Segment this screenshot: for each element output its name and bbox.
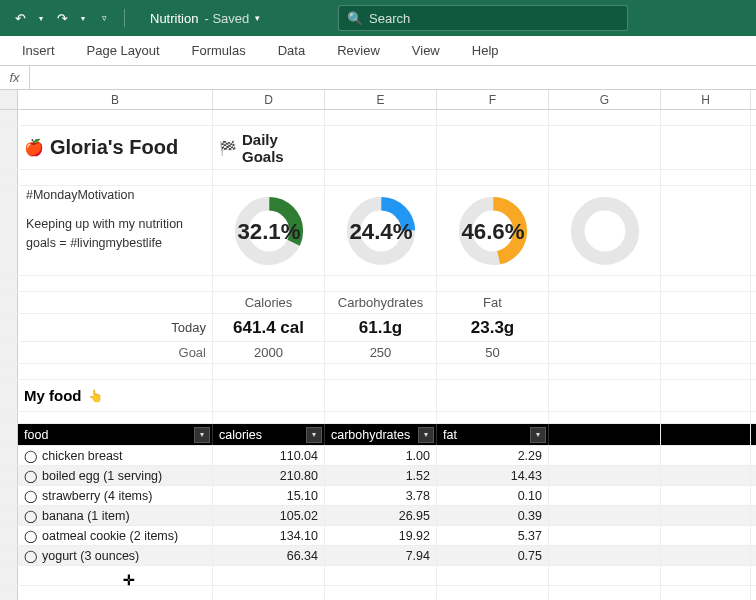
redo-dropdown-icon[interactable]: ▾: [78, 6, 88, 30]
search-box[interactable]: 🔍 Search: [338, 5, 628, 31]
fx-label[interactable]: fx: [0, 66, 30, 89]
document-title[interactable]: Nutrition - Saved ▾: [150, 11, 260, 26]
pointer-icon: 👆: [88, 389, 103, 403]
cell-calories[interactable]: 110.04: [213, 446, 325, 465]
cell-carbs[interactable]: 19.92: [325, 526, 437, 545]
tab-page-layout[interactable]: Page Layout: [85, 39, 162, 62]
sheet-title: 🍎 Gloria's Food: [18, 126, 213, 169]
table-row[interactable]: ◯oatmeal cookie (2 items)134.1019.925.37: [0, 526, 756, 546]
apple-outline-icon: ◯: [24, 529, 37, 543]
filter-icon[interactable]: ▾: [194, 427, 210, 443]
filter-icon[interactable]: ▾: [530, 427, 546, 443]
select-all-corner[interactable]: [0, 90, 18, 109]
cell-calories[interactable]: 105.02: [213, 506, 325, 525]
metric-label-calories: Calories: [213, 292, 325, 313]
cell-calories[interactable]: 66.34: [213, 546, 325, 565]
col-header-g[interactable]: G: [549, 90, 661, 109]
th-fat[interactable]: fat▾: [437, 424, 549, 445]
svg-point-9: [577, 203, 632, 258]
today-carbs: 61.1g: [325, 314, 437, 341]
filter-icon[interactable]: ▾: [418, 427, 434, 443]
formula-input[interactable]: [30, 66, 756, 89]
qat-separator: [124, 9, 125, 27]
title-dropdown-icon[interactable]: ▾: [255, 13, 260, 23]
formula-bar: fx: [0, 66, 756, 90]
today-label: Today: [18, 314, 213, 341]
gauge-empty: [555, 188, 654, 273]
cell-food[interactable]: ◯banana (1 item): [18, 506, 213, 525]
cell-carbs[interactable]: 7.94: [325, 546, 437, 565]
undo-button[interactable]: ↶: [8, 6, 32, 30]
cell-fat[interactable]: 0.39: [437, 506, 549, 525]
table-row[interactable]: ◯yogurt (3 ounces)66.347.940.75: [0, 546, 756, 566]
qat-customize-icon[interactable]: ▿: [92, 6, 116, 30]
title-bar: ↶ ▾ ↷ ▾ ▿ Nutrition - Saved ▾ 🔍 Search: [0, 0, 756, 36]
my-food-heading: My food 👆: [18, 380, 213, 411]
col-header-f[interactable]: F: [437, 90, 549, 109]
cell-calories[interactable]: 210.80: [213, 466, 325, 485]
metric-label-fat: Fat: [437, 292, 549, 313]
cell-carbs[interactable]: 26.95: [325, 506, 437, 525]
gauge-fat: 46.6%: [443, 188, 542, 273]
tab-view[interactable]: View: [410, 39, 442, 62]
spreadsheet-grid[interactable]: 🍎 Gloria's Food 🏁 Daily Goals #MondayMot…: [0, 110, 756, 600]
col-header-e[interactable]: E: [325, 90, 437, 109]
table-row[interactable]: ◯boiled egg (1 serving)210.801.5214.43: [0, 466, 756, 486]
cell-calories[interactable]: 134.10: [213, 526, 325, 545]
redo-button[interactable]: ↷: [50, 6, 74, 30]
col-header-b[interactable]: B: [18, 90, 213, 109]
search-placeholder: Search: [369, 11, 410, 26]
table-row[interactable]: ◯banana (1 item)105.0226.950.39: [0, 506, 756, 526]
filter-icon[interactable]: ▾: [306, 427, 322, 443]
cell-food[interactable]: ◯yogurt (3 ounces): [18, 546, 213, 565]
tab-help[interactable]: Help: [470, 39, 501, 62]
gauge-carbs: 24.4%: [331, 188, 430, 273]
svg-text:46.6%: 46.6%: [461, 218, 524, 243]
th-food[interactable]: food▾: [18, 424, 213, 445]
col-header-d[interactable]: D: [213, 90, 325, 109]
apple-outline-icon: ◯: [24, 549, 37, 563]
save-state-label: - Saved: [204, 11, 249, 26]
metric-label-carbs: Carbohydrates: [325, 292, 437, 313]
table-row[interactable]: ◯chicken breast110.041.002.29: [0, 446, 756, 466]
tab-data[interactable]: Data: [276, 39, 307, 62]
column-headers: B D E F G H: [0, 90, 756, 110]
apple-outline-icon: ◯: [24, 509, 37, 523]
col-header-h[interactable]: H: [661, 90, 751, 109]
cell-food[interactable]: ◯chicken breast: [18, 446, 213, 465]
cell-fat[interactable]: 0.10: [437, 486, 549, 505]
today-fat: 23.3g: [437, 314, 549, 341]
tab-formulas[interactable]: Formulas: [190, 39, 248, 62]
cell-fat[interactable]: 14.43: [437, 466, 549, 485]
search-icon: 🔍: [347, 11, 363, 26]
undo-dropdown-icon[interactable]: ▾: [36, 6, 46, 30]
table-row[interactable]: ◯strawberry (4 items)15.103.780.10: [0, 486, 756, 506]
cell-food[interactable]: ◯strawberry (4 items): [18, 486, 213, 505]
tab-insert[interactable]: Insert: [20, 39, 57, 62]
daily-goals-heading: 🏁 Daily Goals: [213, 126, 325, 169]
cell-carbs[interactable]: 3.78: [325, 486, 437, 505]
today-calories: 641.4 cal: [213, 314, 325, 341]
apple-outline-icon: ◯: [24, 469, 37, 483]
gauge-calories: 32.1%: [219, 188, 318, 273]
cell-carbs[interactable]: 1.52: [325, 466, 437, 485]
cell-food[interactable]: ◯boiled egg (1 serving): [18, 466, 213, 485]
cell-fat[interactable]: 5.37: [437, 526, 549, 545]
tab-review[interactable]: Review: [335, 39, 382, 62]
goal-fat: 50: [437, 342, 549, 363]
cell-calories[interactable]: 15.10: [213, 486, 325, 505]
cell-fat[interactable]: 0.75: [437, 546, 549, 565]
cell-fat[interactable]: 2.29: [437, 446, 549, 465]
svg-text:24.4%: 24.4%: [349, 218, 412, 243]
cell-carbs[interactable]: 1.00: [325, 446, 437, 465]
apple-outline-icon: ◯: [24, 489, 37, 503]
ribbon-tabs: Insert Page Layout Formulas Data Review …: [0, 36, 756, 66]
svg-text:32.1%: 32.1%: [237, 218, 300, 243]
cell-food[interactable]: ◯oatmeal cookie (2 items): [18, 526, 213, 545]
th-calories[interactable]: calories▾: [213, 424, 325, 445]
goal-calories: 2000: [213, 342, 325, 363]
apple-outline-icon: ◯: [24, 449, 37, 463]
document-name: Nutrition: [150, 11, 198, 26]
th-carbs[interactable]: carbohydrates▾: [325, 424, 437, 445]
flag-icon: 🏁: [219, 140, 236, 156]
